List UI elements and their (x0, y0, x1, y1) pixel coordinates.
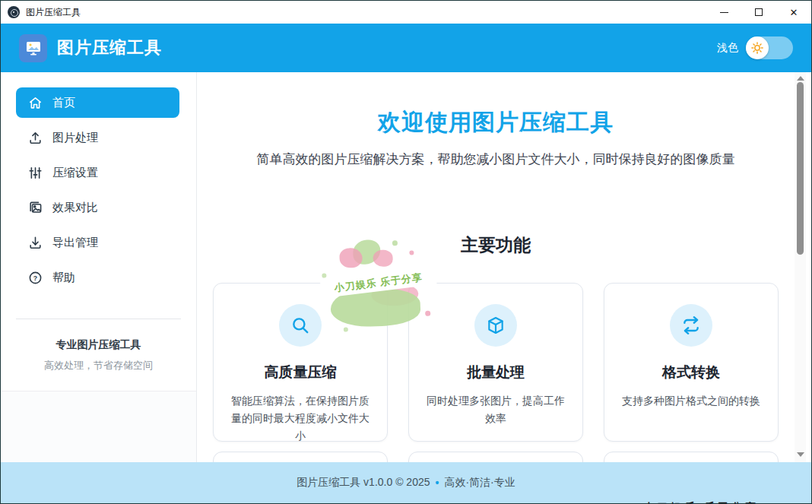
svg-text:?: ? (33, 274, 36, 281)
sidebar-item-label: 首页 (52, 96, 75, 110)
main-content: 欢迎使用图片压缩工具 简单高效的图片压缩解决方案，帮助您减小图片文件大小，同时保… (197, 72, 811, 462)
sidebar-item-export[interactable]: 导出管理 (16, 227, 179, 258)
feature-card-batch[interactable]: 批量处理 同时处理多张图片，提高工作效率 (408, 283, 583, 442)
close-button[interactable]: ✕ (776, 1, 811, 24)
app-footer: 图片压缩工具 v1.0.0 © 2025 • 高效·简洁·专业 (1, 462, 811, 503)
sidebar-info-title: 专业图片压缩工具 (1, 338, 196, 352)
clipped-bottom-watermark: 小刀娱乐 乐于分享 (643, 501, 807, 503)
feature-card-description: 支持多种图片格式之间的转换 (619, 392, 763, 410)
toggle-knob (746, 36, 769, 59)
compare-images-icon (27, 200, 43, 215)
download-icon (27, 235, 43, 250)
feature-cards: 高质量压缩 智能压缩算法，在保持图片质量的同时最大程度减小文件大小 批量处理 同… (197, 283, 795, 442)
sidebar: 首页 图片处理 压缩设置 效果对比 (1, 72, 197, 462)
features-section-title: 主要功能 (197, 233, 795, 257)
app-logo-icon (8, 6, 20, 18)
sidebar-info-subtitle: 高效处理，节省存储空间 (1, 359, 196, 372)
sidebar-item-label: 导出管理 (52, 236, 98, 250)
minimize-button[interactable] (706, 1, 741, 24)
help-icon: ? (27, 270, 43, 285)
sidebar-info: 专业图片压缩工具 高效处理，节省存储空间 (1, 338, 196, 372)
feature-card-convert[interactable]: 格式转换 支持多种图片格式之间的转换 (604, 283, 779, 442)
theme-toggle[interactable] (746, 36, 793, 59)
footer-version-text: 图片压缩工具 v1.0.0 © 2025 (297, 476, 430, 490)
maximize-icon (755, 8, 763, 16)
feature-cards-row2-partial (197, 452, 795, 462)
scroll-up-icon[interactable] (797, 76, 804, 81)
footer-separator: • (436, 477, 439, 489)
sidebar-item-label: 帮助 (52, 271, 75, 285)
sun-icon (750, 41, 764, 55)
sidebar-lower-panel (1, 391, 196, 462)
search-icon (279, 304, 322, 347)
sidebar-item-label: 压缩设置 (52, 166, 98, 180)
sidebar-divider (16, 319, 181, 319)
sidebar-item-comparison[interactable]: 效果对比 (16, 192, 179, 223)
close-icon: ✕ (790, 8, 798, 17)
sliders-icon (27, 165, 43, 180)
feature-card-partial[interactable] (604, 452, 779, 462)
footer-slogan-text: 高效·简洁·专业 (444, 476, 515, 490)
sidebar-item-compression-settings[interactable]: 压缩设置 (16, 157, 179, 188)
theme-label: 浅色 (717, 41, 738, 55)
sidebar-item-label: 图片处理 (52, 131, 98, 145)
minimize-icon (720, 12, 728, 13)
feature-card-title: 高质量压缩 (214, 363, 387, 382)
feature-card-title: 批量处理 (409, 363, 582, 382)
welcome-title: 欢迎使用图片压缩工具 (197, 107, 795, 138)
scroll-down-icon[interactable] (797, 452, 804, 457)
app-window: 图片压缩工具 ✕ 图片压缩工具 浅色 (0, 0, 812, 504)
image-monitor-logo-icon (19, 34, 47, 62)
app-body: 首页 图片处理 压缩设置 效果对比 (1, 72, 811, 462)
sidebar-item-home[interactable]: 首页 (16, 87, 179, 118)
feature-card-description: 智能压缩算法，在保持图片质量的同时最大程度减小文件大小 (228, 392, 373, 445)
package-icon (474, 304, 517, 347)
header-right: 浅色 (717, 36, 793, 59)
scrollbar-thumb[interactable] (797, 82, 804, 255)
sidebar-item-label: 效果对比 (52, 201, 98, 215)
feature-card-partial[interactable] (213, 452, 388, 462)
feature-card-partial[interactable] (408, 452, 583, 462)
app-title: 图片压缩工具 (57, 36, 162, 59)
sidebar-item-image-processing[interactable]: 图片处理 (16, 122, 179, 153)
feature-card-description: 同时处理多张图片，提高工作效率 (423, 392, 568, 427)
maximize-button[interactable] (741, 1, 776, 24)
titlebar: 图片压缩工具 ✕ (1, 1, 811, 24)
feature-card-title: 格式转换 (604, 363, 778, 382)
convert-arrows-icon (670, 304, 712, 347)
home-icon (27, 95, 43, 110)
vertical-scrollbar[interactable] (795, 72, 806, 462)
upload-icon (27, 130, 43, 145)
sidebar-item-help[interactable]: ? 帮助 (16, 262, 179, 293)
app-header: 图片压缩工具 浅色 (1, 24, 811, 72)
welcome-subtitle: 简单高效的图片压缩解决方案，帮助您减小图片文件大小，同时保持良好的图像质量 (197, 151, 795, 168)
feature-card-compression[interactable]: 高质量压缩 智能压缩算法，在保持图片质量的同时最大程度减小文件大小 (213, 283, 388, 442)
window-title: 图片压缩工具 (26, 6, 81, 19)
window-controls: ✕ (706, 1, 811, 24)
